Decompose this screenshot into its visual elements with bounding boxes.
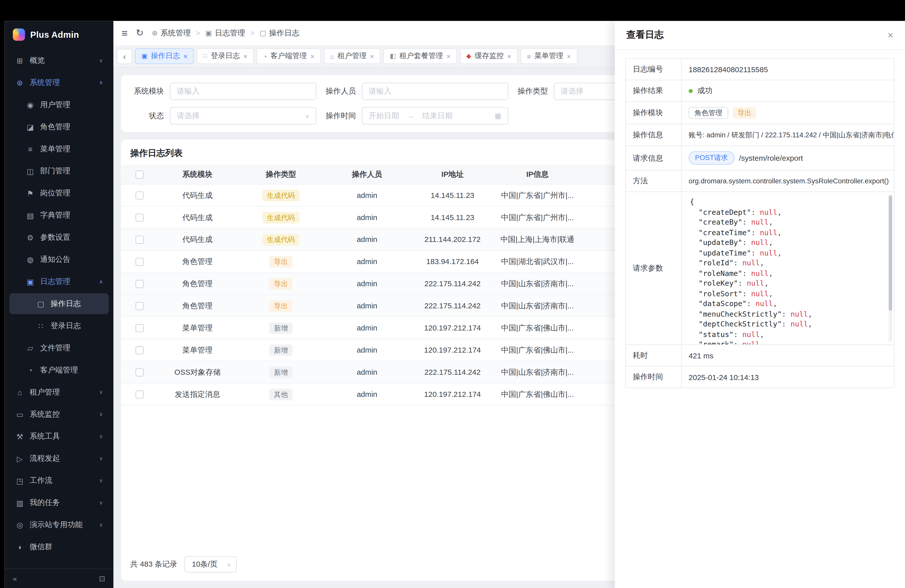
post-method-tag: POST请求 — [689, 151, 734, 165]
row-checkbox[interactable] — [135, 368, 143, 376]
collapse-sidebar-button[interactable]: « — [13, 574, 17, 583]
menu-item-icon: ⚒ — [15, 432, 24, 441]
sidebar-item-log-management[interactable]: ▣ 日志管理 ∧ — [9, 271, 109, 292]
sidebar-item-file-management[interactable]: ▱ 文件管理 — [9, 337, 109, 358]
cell-ip-info: 中国|广东省|佛山市|... — [496, 345, 579, 355]
sidebar-item-wechat-group[interactable]: ◖ 微信群 — [9, 536, 109, 557]
cell-ip-info: 中国|广东省|佛山市|... — [496, 323, 579, 333]
tab-close-icon[interactable]: × — [507, 52, 511, 60]
sidebar-item-system-monitor[interactable]: ▭ 系统监控 ∨ — [9, 404, 109, 425]
menu-item-icon: ▱ — [25, 343, 35, 352]
sidebar-item-workflow[interactable]: ◳ 工作流 ∨ — [9, 470, 109, 491]
tab-close-icon[interactable]: × — [370, 52, 374, 60]
operation-type-tag: 导出 — [269, 300, 293, 311]
drawer-close-icon[interactable]: × — [888, 30, 894, 40]
cell-system-module: 菜单管理 — [158, 323, 237, 333]
page-size-select[interactable]: 10条/页 ∨ — [184, 556, 237, 573]
breadcrumb-system-management[interactable]: ⊛ 系统管理 — [152, 28, 191, 38]
sidebar-item-system-management[interactable]: ⊛ 系统管理 ∧ — [9, 72, 109, 93]
row-checkbox[interactable] — [135, 390, 143, 398]
row-checkbox[interactable] — [135, 280, 143, 288]
tab-close-icon[interactable]: × — [310, 52, 314, 60]
menu-item-label: 日志管理 — [40, 277, 70, 287]
filter-module-label: 系统模块 — [130, 86, 170, 97]
row-checkbox[interactable] — [135, 235, 143, 243]
cell-ip-info: 中国|山东省|济南市|... — [496, 367, 579, 378]
cell-ip-info: 中国|广东省|广州市|... — [496, 190, 579, 200]
tab-operation-log[interactable]: ▣ 操作日志 × — [135, 48, 194, 64]
sidebar-item-login-log[interactable]: ∷ 登录日志 — [9, 315, 109, 336]
breadcrumb-log-management[interactable]: ▣ 日志管理 — [205, 28, 245, 38]
sidebar-item-menu-management[interactable]: ≡ 菜单管理 — [9, 138, 109, 159]
row-checkbox[interactable] — [135, 213, 143, 221]
breadcrumb: ⊛ 系统管理 > ▣ 日志管理 > ▢ 操作日志 — [152, 28, 299, 38]
cell-ip-address: 183.94.172.164 — [409, 257, 496, 266]
tab-client-management[interactable]: ◔ 客户端管理 × — [257, 48, 321, 64]
refresh-icon[interactable]: ↻ — [136, 29, 143, 38]
chevron-icon: ∨ — [99, 389, 103, 395]
menu-item-icon: ◖ — [15, 542, 24, 551]
hamburger-menu-icon[interactable]: ≡ — [122, 28, 128, 38]
menu-item-icon: ▥ — [15, 499, 24, 507]
row-checkbox[interactable] — [135, 324, 143, 332]
sidebar-item-process-start[interactable]: ▷ 流程发起 ∨ — [9, 448, 109, 469]
sidebar-item-overview[interactable]: ⊞ 概览 ∨ — [9, 50, 109, 71]
menu-item-icon: ◪ — [25, 122, 35, 131]
tabs-scroll-left-button[interactable]: ‹ — [117, 49, 132, 64]
tab-close-icon[interactable]: × — [446, 52, 451, 60]
menu-item-label: 通知公告 — [40, 254, 70, 265]
success-status-dot — [689, 89, 692, 93]
tab-close-icon[interactable]: × — [567, 52, 571, 60]
select-all-checkbox[interactable] — [135, 170, 143, 178]
sidebar-item-param-settings[interactable]: ⚙ 参数设置 — [9, 227, 109, 248]
tab-tenant-management[interactable]: ⌂ 租户管理 × — [324, 48, 381, 64]
sidebar-item-dept-management[interactable]: ◫ 部门管理 — [9, 161, 109, 181]
row-checkbox[interactable] — [135, 302, 143, 310]
menu-item-label: 登录日志 — [51, 321, 81, 331]
filter-time-range-input[interactable]: 开始日期 → 结束日期 ▦ — [362, 107, 508, 124]
row-checkbox[interactable] — [135, 191, 143, 199]
cell-ip-info: 中国|山东省|济南市|... — [496, 300, 579, 311]
breadcrumb-operation-log[interactable]: ▢ 操作日志 — [260, 28, 299, 38]
sidebar-item-demo-features[interactable]: ◎ 演示站专用功能 ∨ — [9, 514, 109, 535]
filter-module-input[interactable]: 请输入 — [170, 83, 316, 100]
request-label: 请求信息 — [626, 146, 681, 170]
sidebar-item-post-management[interactable]: ⚑ 岗位管理 — [9, 183, 109, 203]
scrollbar-thumb[interactable] — [889, 195, 892, 311]
row-checkbox[interactable] — [135, 346, 143, 354]
sidebar-item-client-management[interactable]: ◔ 客户端管理 — [9, 360, 109, 380]
breadcrumb-label: 操作日志 — [269, 28, 299, 38]
info-label: 操作信息 — [626, 124, 681, 145]
tab-tenant-package-management[interactable]: ◧ 租户套餐管理 × — [383, 48, 457, 64]
filter-status-select[interactable]: 请选择 ∨ — [170, 107, 316, 124]
sidebar-item-tenant-management[interactable]: ⌂ 租户管理 ∨ — [9, 382, 109, 403]
menu-item-icon: ◫ — [25, 167, 35, 176]
sidebar-item-system-tools[interactable]: ⚒ 系统工具 ∨ — [9, 426, 109, 447]
menu-item-icon: ◎ — [15, 521, 24, 529]
cell-operator: admin — [325, 346, 409, 354]
row-checkbox[interactable] — [135, 257, 143, 265]
module-label: 操作模块 — [626, 102, 681, 124]
cell-system-module: 角色管理 — [158, 278, 237, 289]
sidebar-item-notice[interactable]: ◍ 通知公告 — [9, 249, 109, 270]
tab-close-icon[interactable]: × — [184, 52, 187, 60]
params-scrollbar[interactable] — [889, 194, 892, 342]
tab-label: 登录日志 — [211, 51, 240, 61]
tab-menu-management[interactable]: ≡ 菜单管理 × — [521, 48, 577, 64]
pin-layout-icon[interactable]: ⊡ — [99, 574, 105, 583]
sidebar-item-user-management[interactable]: ◉ 用户管理 — [9, 94, 109, 115]
sidebar-item-operation-log[interactable]: ▢ 操作日志 — [9, 293, 109, 314]
tab-close-icon[interactable]: × — [243, 52, 248, 60]
chevron-icon: ∧ — [99, 80, 103, 86]
tab-login-log[interactable]: ∷ 登录日志 × — [197, 48, 254, 64]
filter-operator-input[interactable]: 请输入 — [362, 83, 508, 100]
sidebar-item-dict-management[interactable]: ▤ 字典管理 — [9, 205, 109, 226]
menu-item-icon: ◉ — [25, 100, 35, 109]
menu-item-label: 概览 — [30, 55, 45, 66]
sidebar-item-my-tasks[interactable]: ▥ 我的任务 ∨ — [9, 492, 109, 513]
sidebar-item-role-management[interactable]: ◪ 角色管理 — [9, 116, 109, 137]
tab-cache-monitor[interactable]: ◆ 缓存监控 × — [460, 48, 518, 64]
request-params-code: { "createDept": null, "createBy": null, … — [682, 192, 894, 344]
menu-item-icon: ⚑ — [25, 189, 35, 198]
menu-item-label: 参数设置 — [40, 232, 70, 243]
